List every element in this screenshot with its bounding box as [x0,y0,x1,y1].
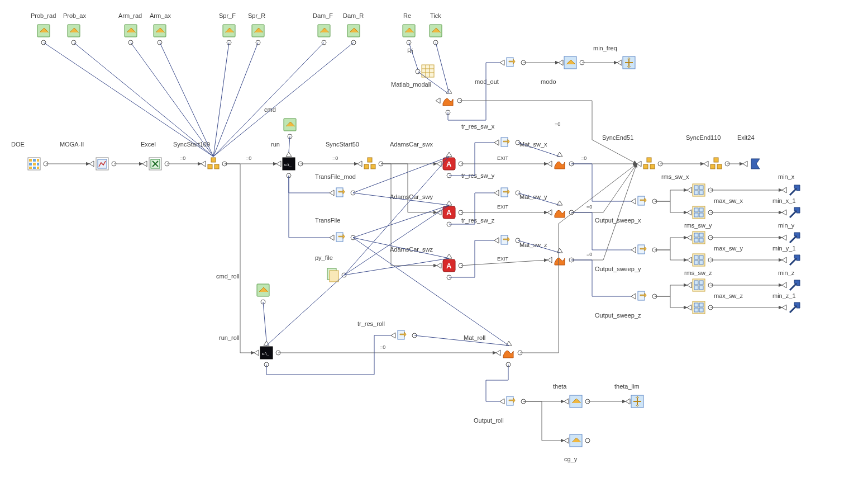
label-adams-swx: AdamsCar_swx [390,141,433,148]
node-sync50[interactable] [357,158,383,169]
node-tr-res-sw-y[interactable] [494,187,520,199]
node-min-x[interactable] [782,185,800,195]
node-dam-f[interactable] [318,25,330,45]
node-output-roll[interactable] [500,395,526,408]
label-max-sw-y: max_sw_y [714,245,743,252]
label-modo: modo [541,78,556,85]
label-theta: theta [553,383,567,390]
node-max-sw-z[interactable] [687,301,713,314]
edge-eq0-3: =0 [581,155,586,161]
label-syncend51: SyncEnd51 [602,134,633,141]
edge-eq0-4: =0 [586,204,592,210]
node-spr-f[interactable] [223,25,235,45]
node-tick[interactable] [430,25,442,45]
node-output-sweep-x[interactable] [631,195,657,207]
label-mod-out: mod_out [475,78,499,85]
label-arm-ax: Arm_ax [150,12,171,19]
node-arm-ax[interactable] [154,25,166,45]
label-moga: MOGA-II [60,141,84,148]
node-doe[interactable] [28,158,48,170]
label-min-z-1: min_z_1 [772,292,796,299]
node-min-z-1[interactable] [782,302,800,313]
input-row: Prob_rad Prob_ax Arm_rad Arm_ax Spr_F Sp… [31,12,442,45]
node-adams-swy[interactable] [437,201,463,226]
label-rms-sw-x: rms_sw_x [661,173,689,180]
label-run-roll: run_roll [219,334,240,341]
node-rms-sw-y[interactable] [687,231,713,244]
label-max-sw-z: max_sw_z [714,292,743,299]
node-matlab-x[interactable] [547,152,574,169]
label-min-x: min_x [778,173,795,180]
edge-eq0-roll: =0 [380,344,385,350]
node-prob-rad[interactable] [37,25,50,45]
label-arm-rad: Arm_rad [118,12,142,19]
node-mod-out[interactable] [500,56,526,69]
label-rms-sw-y: rms_sw_y [684,222,712,229]
node-max-sw-x[interactable] [687,206,713,219]
node-exit24[interactable] [743,159,760,169]
node-min-x-1[interactable] [782,207,800,217]
node-cg-y[interactable] [564,434,590,447]
node-theta-lim[interactable] [626,395,643,408]
node-spr-r[interactable] [252,25,264,45]
node-run[interactable] [276,152,303,178]
label-min-y: min_y [778,222,795,229]
node-excel[interactable] [142,158,169,170]
label-tick: Tick [430,12,441,19]
label-theta-lim: theta_lim [614,383,640,390]
node-adams-swx[interactable] [437,152,463,178]
node-matlab-roll[interactable] [496,341,522,367]
label-sync50: SyncStart50 [326,141,359,148]
node-cmd-roll[interactable] [257,284,269,304]
label-cmd-roll: cmd_roll [216,273,240,280]
node-sync109[interactable] [201,158,227,169]
label-doe: DOE [11,141,25,148]
label-rms-sw-z: rms_sw_z [684,269,712,276]
label-cg-y: cg_y [564,456,578,462]
node-modo[interactable] [559,56,584,69]
node-transfile-mod[interactable] [330,187,355,199]
node-moga[interactable] [89,158,116,170]
node-matlab-z[interactable] [547,248,574,265]
node-output-sweep-z[interactable] [631,290,657,302]
edge-eq0-5: =0 [586,252,592,257]
label-exit24: Exit24 [737,134,755,141]
node-syncend51[interactable] [637,158,662,169]
label-min-z: min_z [778,269,795,276]
node-rms-sw-z[interactable] [687,279,713,291]
node-min-y-1[interactable] [782,255,800,265]
node-syncend110[interactable] [704,158,729,169]
edge-exit-y: EXIT [497,204,509,210]
node-matlab-modali[interactable] [416,65,434,77]
node-adams-swz[interactable] [437,254,463,280]
node-tr-res-sw-x[interactable] [494,136,520,149]
node-output-sweep-y[interactable] [631,244,657,256]
label-min-x-1: min_x_1 [772,197,796,204]
label-min-y-1: min_y_1 [772,245,796,252]
node-transfile[interactable] [330,231,355,244]
label-excel: Excel [141,141,156,148]
node-dam-r[interactable] [347,25,360,45]
node-rms-sw-x[interactable] [687,184,713,196]
node-min-y[interactable] [782,233,800,243]
label-mat-roll: Mat_roll [464,334,485,341]
label-min-freq: min_freq [593,45,617,51]
label-run: run [271,141,280,148]
label-transfile: TransFile [315,217,340,224]
node-tr-res-sw-z[interactable] [494,234,520,247]
node-prob-ax[interactable] [68,25,80,45]
node-tr-res-roll[interactable] [391,329,417,342]
node-min-freq[interactable] [617,56,635,69]
node-re[interactable] [403,25,415,45]
label-py-file: py_file [315,254,333,261]
node-arm-rad[interactable] [125,25,137,45]
label-prob-ax: Prob_ax [63,12,86,19]
node-theta[interactable] [564,395,590,408]
node-min-z[interactable] [782,280,800,290]
node-max-sw-y[interactable] [687,254,713,266]
node-cmd[interactable] [284,119,296,139]
label-ri: Ri [407,48,413,54]
label-syncend110: SyncEnd110 [686,134,721,141]
node-py-file[interactable] [327,268,346,282]
label-dam-r: Dam_R [343,12,364,19]
